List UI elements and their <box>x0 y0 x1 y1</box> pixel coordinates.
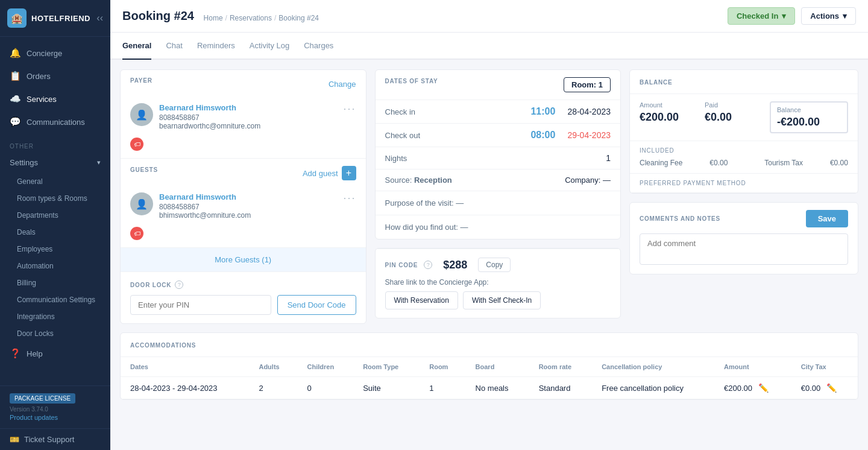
pin-input[interactable] <box>130 295 271 315</box>
chevron-down-icon: ▾ <box>782 11 786 21</box>
door-lock-header: DOOR LOCK ? <box>130 280 356 289</box>
nights-value: 1 <box>606 153 611 163</box>
accommodations-table: Dates Adults Children Room Type Room Boa… <box>121 357 858 399</box>
more-guests-button[interactable]: More Guests (1) <box>121 247 366 271</box>
payer-more-options[interactable]: ··· <box>343 103 356 114</box>
breadcrumb-home[interactable]: Home <box>204 14 223 22</box>
door-lock-info-icon[interactable]: ? <box>175 280 183 289</box>
guests-label: GUESTS <box>130 166 158 173</box>
payment-method-section: PREFERRED PAYMENT METHOD <box>630 174 858 193</box>
payer-tag-icon[interactable]: 🏷 <box>130 138 143 151</box>
sidebar-product-updates[interactable]: Product updates <box>10 414 101 421</box>
row-city-tax: €0.00 ✏️ <box>791 377 858 399</box>
guest-more-options[interactable]: ··· <box>343 192 356 203</box>
accommodations-header-row: Dates Adults Children Room Type Room Boa… <box>121 357 858 377</box>
door-lock-label: DOOR LOCK <box>130 282 171 288</box>
sidebar-item-departments[interactable]: Departments <box>0 207 110 224</box>
with-reservation-button[interactable]: With Reservation <box>385 291 458 309</box>
sidebar-item-employees[interactable]: Employees <box>0 241 110 258</box>
tab-general[interactable]: General <box>122 33 151 60</box>
middle-column: DATES OF STAY Room: 1 Check in 11:00 28-… <box>375 69 621 324</box>
sidebar-item-settings[interactable]: Settings ▾ <box>0 152 110 173</box>
included-label: Included <box>640 147 848 154</box>
accommodations-header: ACCOMMODATIONS <box>121 333 858 357</box>
add-guest-button[interactable]: + <box>342 166 356 180</box>
col-children: Children <box>298 357 354 377</box>
sidebar-item-door-locks[interactable]: Door Locks <box>0 325 110 342</box>
payer-name[interactable]: Bearnard Himsworth <box>159 103 337 112</box>
accommodations-table-head: Dates Adults Children Room Type Room Boa… <box>121 357 858 377</box>
change-payer-link[interactable]: Change <box>329 80 356 89</box>
sidebar-item-billing[interactable]: Billing <box>0 274 110 291</box>
guest-name[interactable]: Bearnard Himsworth <box>159 192 337 201</box>
comments-card: COMMENTS AND NOTES Save <box>629 202 858 274</box>
sidebar-item-room-types[interactable]: Room types & Rooms <box>0 190 110 207</box>
breadcrumb-reservations[interactable]: Reservations <box>230 14 272 22</box>
city-tax-edit-icon[interactable]: ✏️ <box>826 383 837 393</box>
sidebar-item-integrations[interactable]: Integrations <box>0 308 110 325</box>
guest-tag-icon[interactable]: 🏷 <box>130 227 143 240</box>
paid-label: Paid <box>705 101 760 109</box>
sidebar: 🏨 HOTELFRIEND ‹‹ 🔔 Concierge 📋 Orders ☁️… <box>0 0 110 450</box>
dates-header: DATES OF STAY Room: 1 <box>376 70 621 100</box>
header-actions: Checked In ▾ Actions ▾ <box>728 7 856 25</box>
col-city-tax: City Tax <box>791 357 858 377</box>
copy-pin-button[interactable]: Copy <box>478 258 511 272</box>
guest-tag-area: 🏷 <box>121 227 366 245</box>
checkout-label: Check out <box>385 131 531 140</box>
col-board: Board <box>466 357 529 377</box>
ticket-icon: 🎫 <box>10 435 19 444</box>
more-guests-label: More Guests (1) <box>215 255 271 264</box>
concierge-icon: 🔔 <box>10 48 20 59</box>
balance-col-label: Balance <box>777 106 841 113</box>
tab-chat[interactable]: Chat <box>166 33 182 60</box>
orders-icon: 📋 <box>10 71 20 81</box>
payer-guests-card: PAYER Change 👤 Bearnard Himsworth 808845… <box>120 69 366 324</box>
with-self-checkin-button[interactable]: With Self Check-In <box>463 291 541 309</box>
sidebar-item-communications[interactable]: 💬 Communications <box>0 110 110 133</box>
tab-reminders[interactable]: Reminders <box>197 33 235 60</box>
actions-label: Actions <box>810 11 839 21</box>
sidebar-item-orders[interactable]: 📋 Orders <box>0 65 110 87</box>
table-row: 28-04-2023 - 29-04-2023 2 0 Suite 1 No m… <box>121 377 858 399</box>
pin-code-info-icon[interactable]: ? <box>424 261 432 269</box>
guest-info: Bearnard Himsworth 8088458867 bhimsworth… <box>159 192 337 220</box>
communications-label: Communications <box>27 118 85 127</box>
cleaning-fee-label: Cleaning Fee <box>640 159 682 167</box>
sidebar-item-communication-settings[interactable]: Communication Settings <box>0 291 110 308</box>
send-door-code-button[interactable]: Send Door Code <box>277 295 356 315</box>
sidebar-collapse-button[interactable]: ‹‹ <box>96 13 103 24</box>
app-logo-icon: 🏨 <box>7 8 27 28</box>
add-guest-link[interactable]: Add guest <box>303 169 338 178</box>
checked-in-button[interactable]: Checked In ▾ <box>728 7 795 25</box>
sidebar-item-concierge[interactable]: 🔔 Concierge <box>0 42 110 65</box>
services-label: Services <box>27 95 57 104</box>
guest-avatar: 👤 <box>130 192 153 215</box>
row-dates: 28-04-2023 - 29-04-2023 <box>121 377 249 399</box>
comment-textarea[interactable] <box>640 233 848 265</box>
balance-value: -€200.00 <box>777 116 841 128</box>
actions-button[interactable]: Actions ▾ <box>801 7 856 25</box>
payer-section-header: PAYER Change <box>121 70 366 98</box>
amount-edit-icon[interactable]: ✏️ <box>758 383 769 393</box>
col-cancellation: Cancellation policy <box>592 357 714 377</box>
payment-method-label: PREFERRED PAYMENT METHOD <box>640 180 848 186</box>
sidebar-bottom: PACKAGE LICENSE Version 3.74.0 Product u… <box>0 385 110 428</box>
sidebar-item-services[interactable]: ☁️ Services <box>0 87 110 110</box>
tab-charges[interactable]: Charges <box>304 33 333 60</box>
sidebar-ticket-support[interactable]: 🎫 Ticket Support <box>0 428 110 450</box>
save-comments-button[interactable]: Save <box>806 210 848 227</box>
sidebar-item-deals[interactable]: Deals <box>0 224 110 241</box>
payer-label: PAYER <box>130 77 153 84</box>
guest-email: bhimsworthc@omniture.com <box>159 211 337 220</box>
sidebar-item-help[interactable]: ❓ Help <box>0 342 110 365</box>
checkin-label: Check in <box>385 107 531 116</box>
sidebar-item-general[interactable]: General <box>0 173 110 190</box>
row-cancellation: Free cancellation policy <box>592 377 714 399</box>
balance-header: BALANCE <box>630 70 858 94</box>
main-content: Booking #24 Home / Reservations / Bookin… <box>110 0 868 450</box>
amount-col: Amount €200.00 <box>640 101 705 133</box>
tab-activity-log[interactable]: Activity Log <box>250 33 289 60</box>
dates-label: DATES OF STAY <box>385 78 438 84</box>
sidebar-item-automation[interactable]: Automation <box>0 258 110 274</box>
